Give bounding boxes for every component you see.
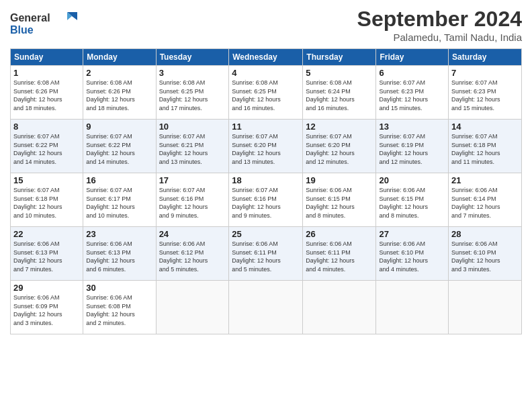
page: General Blue September 2024 Palamedu, Ta… bbox=[0, 0, 532, 411]
day-number: 18 bbox=[232, 175, 300, 185]
logo: General Blue bbox=[10, 7, 84, 40]
calendar-cell: 27Sunrise: 6:06 AM Sunset: 6:10 PM Dayli… bbox=[376, 227, 449, 281]
col-tuesday: Tuesday bbox=[156, 49, 229, 66]
day-number: 19 bbox=[306, 175, 373, 185]
col-saturday: Saturday bbox=[449, 49, 522, 66]
calendar-cell: 19Sunrise: 6:06 AM Sunset: 6:15 PM Dayli… bbox=[303, 173, 376, 227]
day-number: 28 bbox=[451, 229, 519, 239]
day-number: 23 bbox=[86, 229, 152, 239]
day-number: 22 bbox=[13, 229, 80, 239]
day-number: 20 bbox=[379, 175, 445, 185]
calendar-cell: 16Sunrise: 6:07 AM Sunset: 6:17 PM Dayli… bbox=[83, 173, 156, 227]
calendar-cell: 17Sunrise: 6:07 AM Sunset: 6:16 PM Dayli… bbox=[156, 173, 229, 227]
calendar-cell: 1Sunrise: 6:08 AM Sunset: 6:26 PM Daylig… bbox=[11, 66, 83, 120]
day-number: 2 bbox=[86, 68, 152, 78]
day-info: Sunrise: 6:06 AM Sunset: 6:14 PM Dayligh… bbox=[451, 186, 519, 220]
day-number: 29 bbox=[13, 283, 80, 293]
calendar-cell: 12Sunrise: 6:07 AM Sunset: 6:20 PM Dayli… bbox=[303, 120, 376, 173]
day-info: Sunrise: 6:06 AM Sunset: 6:11 PM Dayligh… bbox=[232, 240, 300, 273]
calendar-cell: 9Sunrise: 6:07 AM Sunset: 6:22 PM Daylig… bbox=[83, 120, 156, 173]
day-info: Sunrise: 6:07 AM Sunset: 6:20 PM Dayligh… bbox=[232, 132, 300, 166]
day-number: 4 bbox=[232, 68, 300, 78]
day-number: 13 bbox=[379, 122, 445, 132]
day-info: Sunrise: 6:06 AM Sunset: 6:08 PM Dayligh… bbox=[86, 293, 152, 327]
col-friday: Friday bbox=[376, 49, 449, 66]
calendar-cell: 22Sunrise: 6:06 AM Sunset: 6:13 PM Dayli… bbox=[11, 227, 83, 281]
day-number: 25 bbox=[232, 229, 300, 239]
calendar-cell: 13Sunrise: 6:07 AM Sunset: 6:19 PM Dayli… bbox=[376, 120, 449, 173]
day-number: 16 bbox=[86, 175, 152, 185]
day-info: Sunrise: 6:08 AM Sunset: 6:26 PM Dayligh… bbox=[86, 79, 152, 112]
day-number: 7 bbox=[451, 68, 519, 78]
day-number: 3 bbox=[159, 68, 226, 78]
calendar-cell bbox=[156, 281, 229, 334]
calendar-cell: 26Sunrise: 6:06 AM Sunset: 6:11 PM Dayli… bbox=[303, 227, 376, 281]
day-info: Sunrise: 6:07 AM Sunset: 6:19 PM Dayligh… bbox=[379, 132, 445, 166]
day-info: Sunrise: 6:07 AM Sunset: 6:16 PM Dayligh… bbox=[232, 186, 300, 220]
calendar-table: Sunday Monday Tuesday Wednesday Thursday… bbox=[10, 48, 522, 334]
day-info: Sunrise: 6:08 AM Sunset: 6:25 PM Dayligh… bbox=[159, 79, 226, 112]
day-number: 14 bbox=[451, 122, 519, 132]
day-number: 24 bbox=[159, 229, 226, 239]
day-number: 9 bbox=[86, 122, 152, 132]
day-info: Sunrise: 6:08 AM Sunset: 6:24 PM Dayligh… bbox=[306, 79, 373, 112]
calendar-cell: 8Sunrise: 6:07 AM Sunset: 6:22 PM Daylig… bbox=[11, 120, 83, 173]
calendar-cell: 11Sunrise: 6:07 AM Sunset: 6:20 PM Dayli… bbox=[229, 120, 303, 173]
calendar-cell bbox=[229, 281, 303, 334]
calendar-cell: 21Sunrise: 6:06 AM Sunset: 6:14 PM Dayli… bbox=[449, 173, 522, 227]
day-info: Sunrise: 6:07 AM Sunset: 6:20 PM Dayligh… bbox=[306, 132, 373, 166]
col-wednesday: Wednesday bbox=[229, 49, 303, 66]
day-info: Sunrise: 6:06 AM Sunset: 6:13 PM Dayligh… bbox=[86, 240, 152, 273]
col-thursday: Thursday bbox=[303, 49, 376, 66]
day-info: Sunrise: 6:07 AM Sunset: 6:18 PM Dayligh… bbox=[451, 132, 519, 166]
col-monday: Monday bbox=[83, 49, 156, 66]
calendar-week-5: 29Sunrise: 6:06 AM Sunset: 6:09 PM Dayli… bbox=[11, 281, 522, 334]
day-info: Sunrise: 6:07 AM Sunset: 6:21 PM Dayligh… bbox=[159, 132, 226, 166]
day-info: Sunrise: 6:07 AM Sunset: 6:16 PM Dayligh… bbox=[159, 186, 226, 220]
header-row: Sunday Monday Tuesday Wednesday Thursday… bbox=[11, 49, 522, 66]
calendar-cell: 20Sunrise: 6:06 AM Sunset: 6:15 PM Dayli… bbox=[376, 173, 449, 227]
calendar-cell: 23Sunrise: 6:06 AM Sunset: 6:13 PM Dayli… bbox=[83, 227, 156, 281]
day-info: Sunrise: 6:07 AM Sunset: 6:23 PM Dayligh… bbox=[379, 79, 445, 112]
calendar-cell: 24Sunrise: 6:06 AM Sunset: 6:12 PM Dayli… bbox=[156, 227, 229, 281]
day-number: 15 bbox=[13, 175, 80, 185]
calendar-cell: 4Sunrise: 6:08 AM Sunset: 6:25 PM Daylig… bbox=[229, 66, 303, 120]
calendar-cell: 2Sunrise: 6:08 AM Sunset: 6:26 PM Daylig… bbox=[83, 66, 156, 120]
day-info: Sunrise: 6:07 AM Sunset: 6:22 PM Dayligh… bbox=[13, 132, 80, 166]
day-number: 17 bbox=[159, 175, 226, 185]
day-number: 8 bbox=[13, 122, 80, 132]
calendar-cell: 3Sunrise: 6:08 AM Sunset: 6:25 PM Daylig… bbox=[156, 66, 229, 120]
calendar-cell bbox=[303, 281, 376, 334]
header: General Blue September 2024 Palamedu, Ta… bbox=[10, 7, 522, 43]
svg-text:Blue: Blue bbox=[10, 24, 34, 36]
day-info: Sunrise: 6:06 AM Sunset: 6:10 PM Dayligh… bbox=[379, 240, 445, 273]
day-info: Sunrise: 6:06 AM Sunset: 6:13 PM Dayligh… bbox=[13, 240, 80, 273]
calendar-cell: 18Sunrise: 6:07 AM Sunset: 6:16 PM Dayli… bbox=[229, 173, 303, 227]
day-info: Sunrise: 6:06 AM Sunset: 6:10 PM Dayligh… bbox=[451, 240, 519, 273]
day-number: 12 bbox=[306, 122, 373, 132]
day-number: 6 bbox=[379, 68, 445, 78]
calendar-week-1: 1Sunrise: 6:08 AM Sunset: 6:26 PM Daylig… bbox=[11, 66, 522, 120]
day-number: 30 bbox=[86, 283, 152, 293]
day-number: 10 bbox=[159, 122, 226, 132]
calendar-cell: 5Sunrise: 6:08 AM Sunset: 6:24 PM Daylig… bbox=[303, 66, 376, 120]
calendar-cell: 29Sunrise: 6:06 AM Sunset: 6:09 PM Dayli… bbox=[11, 281, 83, 334]
day-info: Sunrise: 6:07 AM Sunset: 6:18 PM Dayligh… bbox=[13, 186, 80, 220]
day-info: Sunrise: 6:07 AM Sunset: 6:22 PM Dayligh… bbox=[86, 132, 152, 166]
day-info: Sunrise: 6:06 AM Sunset: 6:09 PM Dayligh… bbox=[13, 293, 80, 327]
day-info: Sunrise: 6:07 AM Sunset: 6:23 PM Dayligh… bbox=[451, 79, 519, 112]
location-subtitle: Palamedu, Tamil Nadu, India bbox=[357, 32, 522, 43]
calendar-cell bbox=[449, 281, 522, 334]
calendar-cell bbox=[376, 281, 449, 334]
day-info: Sunrise: 6:08 AM Sunset: 6:26 PM Dayligh… bbox=[13, 79, 80, 112]
calendar-cell: 6Sunrise: 6:07 AM Sunset: 6:23 PM Daylig… bbox=[376, 66, 449, 120]
day-info: Sunrise: 6:06 AM Sunset: 6:15 PM Dayligh… bbox=[379, 186, 445, 220]
svg-text:General: General bbox=[10, 12, 50, 24]
calendar-week-4: 22Sunrise: 6:06 AM Sunset: 6:13 PM Dayli… bbox=[11, 227, 522, 281]
day-number: 1 bbox=[13, 68, 80, 78]
calendar-cell: 28Sunrise: 6:06 AM Sunset: 6:10 PM Dayli… bbox=[449, 227, 522, 281]
day-info: Sunrise: 6:06 AM Sunset: 6:15 PM Dayligh… bbox=[306, 186, 373, 220]
calendar-week-2: 8Sunrise: 6:07 AM Sunset: 6:22 PM Daylig… bbox=[11, 120, 522, 173]
calendar-cell: 7Sunrise: 6:07 AM Sunset: 6:23 PM Daylig… bbox=[449, 66, 522, 120]
logo-text: General Blue bbox=[10, 7, 84, 40]
